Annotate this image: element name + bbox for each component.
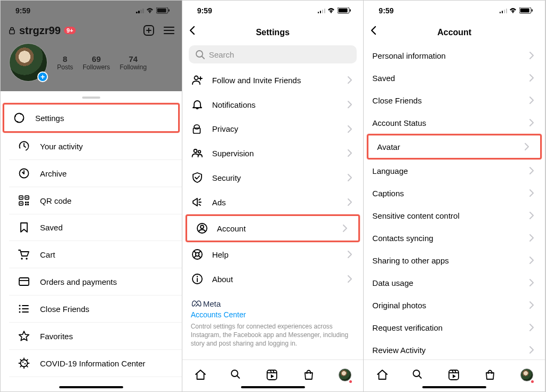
tab-reels[interactable] (447, 369, 460, 381)
menu-label: Archive (40, 169, 67, 178)
row-label: Saved (372, 74, 395, 83)
chevron-right-icon (340, 223, 350, 234)
settings-follow-invite[interactable]: Follow and Invite Friends (182, 68, 364, 92)
chevron-right-icon (345, 99, 355, 110)
add-story-badge[interactable]: + (37, 71, 48, 82)
avatar[interactable]: + (9, 43, 47, 82)
chevron-right-icon (345, 172, 355, 183)
profile-backdrop: 9:59 strgzr99 9+ + 8Posts 69Follow (1, 1, 182, 91)
account-icon (196, 222, 208, 234)
settings-notifications[interactable]: Notifications (182, 92, 364, 117)
stat-followers[interactable]: 69Followers (83, 54, 110, 71)
settings-privacy[interactable]: Privacy (182, 117, 364, 141)
settings-ads[interactable]: Ads (182, 190, 364, 214)
signal-icon (136, 8, 144, 13)
account-data-usage[interactable]: Data usage (364, 271, 545, 294)
row-label: Help (212, 250, 229, 259)
tab-shop[interactable] (302, 369, 315, 381)
account-review-activity[interactable]: Review Activity (364, 339, 545, 361)
row-label: Supervision (212, 149, 254, 158)
tab-reels[interactable] (266, 369, 278, 381)
row-label: Account (217, 224, 246, 233)
menu-settings[interactable]: Settings (3, 103, 180, 133)
settings-account[interactable]: Account (186, 214, 360, 242)
tab-home[interactable] (376, 369, 389, 381)
menu-saved[interactable]: Saved (9, 214, 182, 241)
settings-about[interactable]: About (182, 267, 364, 291)
account-personal-info[interactable]: Personal information (364, 44, 545, 67)
menu-button[interactable] (163, 24, 175, 37)
accounts-center-link[interactable]: Accounts Center (191, 310, 355, 319)
tab-search[interactable] (412, 369, 424, 381)
account-request-verification[interactable]: Request verification (364, 316, 545, 339)
tab-home[interactable] (194, 369, 207, 381)
chevron-right-icon (527, 255, 536, 266)
row-label: Notifications (212, 100, 256, 109)
wifi-icon (146, 7, 154, 14)
row-label: About (212, 275, 233, 284)
status-time: 9:59 (197, 6, 212, 15)
menu-label: Close Friends (40, 305, 90, 314)
row-label: Ads (212, 198, 226, 207)
account-close-friends[interactable]: Close Friends (364, 89, 545, 111)
account-sensitive-content[interactable]: Sensitive content control (364, 204, 545, 227)
chevron-right-icon (527, 117, 536, 128)
settings-security[interactable]: Security (182, 165, 364, 190)
clock-icon (18, 140, 30, 152)
account-sharing-apps[interactable]: Sharing to other apps (364, 249, 545, 271)
chevron-right-icon (345, 124, 355, 134)
stat-posts[interactable]: 8Posts (57, 54, 73, 71)
row-label: Language (372, 166, 408, 175)
menu-close-friends[interactable]: Close Friends (9, 295, 182, 323)
home-indicator (422, 386, 486, 389)
create-button[interactable] (142, 24, 155, 37)
menu-label: QR code (40, 196, 71, 205)
menu-your-activity[interactable]: Your activity (9, 133, 182, 160)
account-saved[interactable]: Saved (364, 67, 545, 89)
search-icon (195, 50, 205, 59)
status-bar: 9:59 (182, 1, 364, 21)
settings-supervision[interactable]: Supervision (182, 141, 364, 165)
account-captions[interactable]: Captions (364, 182, 545, 204)
menu-qr-code[interactable]: QR code (9, 187, 182, 214)
row-label: Request verification (372, 323, 443, 332)
chevron-right-icon (527, 300, 536, 310)
wifi-icon (327, 7, 335, 14)
bell-icon (191, 99, 204, 110)
account-contacts-syncing[interactable]: Contacts syncing (364, 227, 545, 249)
profile-username[interactable]: strgzr99 9+ (8, 25, 76, 37)
tab-search[interactable] (230, 369, 242, 381)
supervision-icon (191, 147, 204, 159)
menu-favorites[interactable]: Favorites (9, 323, 182, 350)
back-button[interactable] (188, 25, 198, 36)
row-label: Avatar (377, 142, 400, 151)
pane-account: 9:59 Account Personal information Saved … (364, 1, 545, 391)
bottom-sheet: Settings Your activity Archive QR code S… (1, 91, 182, 391)
account-avatar[interactable]: Avatar (367, 134, 542, 159)
battery-icon (156, 7, 170, 14)
account-original-photos[interactable]: Original photos (364, 294, 545, 316)
stat-following[interactable]: 74Following (119, 54, 147, 71)
status-bar: 9:59 (1, 1, 182, 21)
chevron-right-icon (527, 210, 536, 221)
covid-icon (18, 357, 30, 369)
menu-orders-payments[interactable]: Orders and payments (9, 268, 182, 295)
pane-settings: 9:59 Settings Search Follow and Invite F… (182, 1, 364, 391)
menu-covid-info[interactable]: COVID-19 Information Center (9, 350, 182, 377)
search-input[interactable]: Search (189, 45, 357, 63)
menu-archive[interactable]: Archive (9, 160, 182, 187)
settings-help[interactable]: Help (182, 242, 364, 267)
account-language[interactable]: Language (364, 159, 545, 182)
page-title: Settings (256, 28, 290, 37)
tab-profile[interactable] (520, 369, 533, 381)
account-status[interactable]: Account Status (364, 111, 545, 134)
chevron-right-icon (527, 233, 536, 243)
tab-profile[interactable] (339, 369, 351, 381)
back-button[interactable] (369, 25, 380, 36)
sheet-grabber[interactable] (82, 97, 100, 99)
tab-shop[interactable] (484, 369, 496, 381)
cart-icon (18, 249, 30, 260)
row-label: Sensitive content control (372, 211, 459, 220)
signal-icon (318, 8, 326, 13)
menu-cart[interactable]: Cart (9, 241, 182, 268)
